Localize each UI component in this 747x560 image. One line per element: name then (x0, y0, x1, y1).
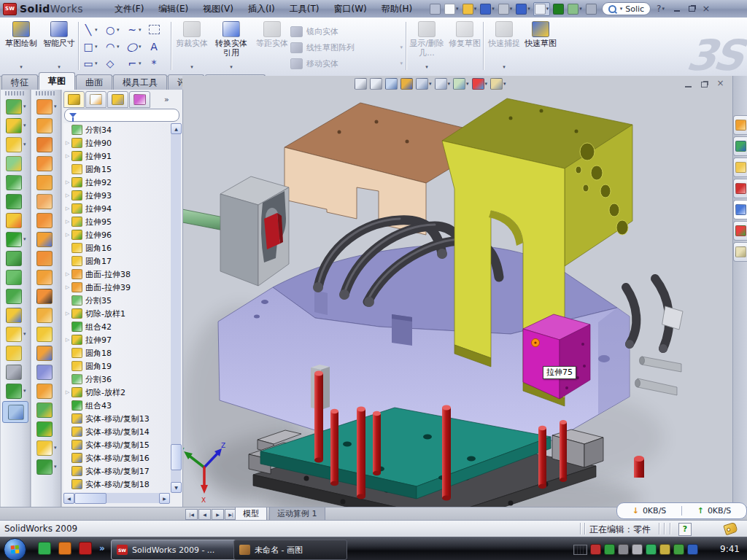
tab-特征[interactable]: 特征 (1, 74, 38, 90)
chevron-down-icon[interactable]: ▾ (58, 63, 61, 72)
tab-模具工具[interactable]: 模具工具 (113, 74, 167, 90)
mid-surface-icon[interactable] (31, 173, 61, 192)
edit-appearance-icon[interactable]: ▾ (472, 78, 488, 90)
replace-face-icon[interactable] (31, 306, 61, 324)
ellipse-tool[interactable]: ○▾ (125, 38, 147, 55)
chevron-down-icon[interactable]: ▾ (620, 6, 623, 12)
tree-item[interactable]: 圆角16 (63, 241, 170, 254)
offset-entities-button[interactable]: 等距实体 (254, 20, 290, 72)
tree-horizontal-scrollbar[interactable]: ◀ ▶ (63, 493, 170, 503)
extend-surface-icon[interactable] (31, 230, 61, 249)
chevron-down-icon[interactable]: ▾ (117, 44, 120, 50)
tree-item[interactable]: ▷拉伸90 (63, 136, 170, 149)
menu-item[interactable]: 视图(V) (196, 1, 240, 17)
chevron-down-icon[interactable]: ▾ (23, 331, 26, 337)
tooling-split-icon[interactable] (31, 400, 61, 419)
zoom-to-fit-icon[interactable] (355, 78, 367, 90)
draft-analysis-icon[interactable] (31, 343, 61, 362)
sketch-fillet-tool[interactable]: ⌐▾ (125, 55, 147, 71)
configurationmanager-tab[interactable] (107, 91, 128, 108)
view-palette-icon[interactable] (733, 200, 747, 219)
instant3d-icon[interactable] (2, 401, 28, 423)
rapid-sketch-button[interactable]: 快速草图 (522, 20, 559, 72)
repair-sketch-button[interactable]: 修复草图 (446, 20, 483, 72)
taskbar-paint-button[interactable]: 未命名 - 画图 (233, 540, 347, 560)
traffic-light-icon[interactable] (552, 3, 565, 15)
featuremanager-tree-tab[interactable] (63, 91, 85, 108)
chevron-down-icon[interactable]: ▾ (456, 6, 459, 12)
expand-arrow[interactable]: ▷ (63, 311, 71, 316)
design-library-icon[interactable] (733, 136, 747, 156)
chevron-down-icon[interactable]: ▾ (485, 81, 488, 87)
tag-icon[interactable] (723, 522, 738, 536)
expand-arrow[interactable]: ▷ (63, 153, 71, 159)
tab-草图[interactable]: 草图 (39, 72, 75, 90)
magnifying-lens-icon[interactable] (385, 78, 398, 90)
curve-icon[interactable] (1, 362, 30, 381)
toolbar-grip[interactable] (36, 91, 56, 96)
boundary-boss-icon[interactable] (1, 192, 30, 211)
tree-item[interactable]: 分割36 (63, 373, 170, 386)
section-view-icon[interactable] (400, 78, 413, 90)
chevron-down-icon[interactable]: ▾ (139, 61, 142, 66)
open-document-icon[interactable]: ▾ (462, 3, 478, 15)
tree-item[interactable]: 组合43 (63, 399, 170, 412)
tray-volume-icon[interactable] (632, 544, 643, 555)
quicklaunch-solidworks-icon[interactable] (79, 542, 92, 555)
chevron-down-icon[interactable]: ▾ (54, 464, 57, 470)
tree-item[interactable]: ▷曲面-拉伸38 (63, 268, 170, 281)
tab-nav-button[interactable]: ◀ (198, 509, 211, 520)
selection-box-tool[interactable] (147, 21, 169, 38)
tree-vertical-scrollbar[interactable]: ▲ ▼ (171, 123, 181, 492)
menu-item[interactable]: 窗口(W) (327, 1, 373, 17)
chevron-down-icon[interactable]: ▾ (448, 81, 451, 87)
tab-model[interactable]: 模型 (235, 508, 267, 521)
chevron-down-icon[interactable]: ▾ (429, 81, 432, 87)
swept-surface-icon[interactable]: ▾ (31, 97, 61, 116)
tree-item[interactable]: ▷拉伸91 (63, 149, 170, 163)
smart-dimension-button[interactable]: 智能尺寸 ▾ (41, 20, 77, 72)
expand-arrow[interactable]: ▷ (63, 337, 71, 343)
display-delete-relations-button[interactable]: 显示/删除几... ▾ (409, 20, 445, 72)
viewport-3d-model[interactable]: Y Z X (182, 76, 732, 507)
tree-item[interactable]: 分割35 (63, 294, 170, 307)
quicklaunch-messenger-icon[interactable] (38, 542, 51, 555)
revolved-surface-icon[interactable] (31, 116, 61, 135)
line-tool[interactable]: ╲▾ (82, 21, 104, 38)
new-document-icon[interactable]: ▾ (444, 3, 460, 15)
help-dropdown-icon[interactable]: ▾ (662, 6, 665, 12)
expand-arrow[interactable]: ▷ (63, 232, 71, 238)
trimmed-surface-icon[interactable] (31, 135, 61, 154)
mold-point-icon[interactable]: ▾ (31, 438, 61, 457)
parting-surface-icon[interactable] (31, 381, 61, 400)
chevron-down-icon[interactable]: ▾ (95, 44, 98, 50)
rib-icon[interactable] (1, 249, 30, 268)
expand-arrow[interactable]: ▷ (63, 179, 71, 185)
restore-button[interactable] (686, 4, 697, 13)
tray-antivirus-icon[interactable] (590, 544, 601, 555)
document-restore-button[interactable] (700, 80, 709, 88)
combine-bodies-icon[interactable] (1, 343, 30, 362)
mold-curve-icon[interactable]: ▾ (31, 457, 61, 476)
tree-item[interactable]: ▷拉伸97 (63, 333, 170, 346)
chevron-down-icon[interactable]: ▾ (54, 445, 57, 451)
keyboard-layout-icon[interactable] (573, 545, 587, 555)
tree-item[interactable]: ▷曲面-拉伸39 (63, 281, 170, 294)
view-orientation-icon[interactable]: ▾ (416, 78, 432, 90)
tree-item[interactable]: ▷切除-放样1 (63, 307, 170, 320)
panel-tabs-more[interactable]: » (164, 95, 169, 104)
search-input[interactable]: ▾ Solic (602, 2, 651, 15)
expand-arrow[interactable]: ▷ (63, 219, 71, 225)
chevron-down-icon[interactable]: ▾ (117, 27, 120, 33)
tree-item[interactable]: ▷切除-放样2 (63, 386, 170, 399)
tree-item[interactable]: ▷拉伸94 (63, 202, 170, 215)
tray-sync-icon[interactable] (646, 544, 657, 555)
tree-item[interactable]: 圆角17 (63, 254, 170, 268)
shut-off-surface-icon[interactable] (31, 362, 61, 381)
appearances-icon[interactable] (733, 221, 747, 241)
print-icon[interactable]: ▾ (498, 3, 514, 15)
tray-network-warning-icon[interactable] (659, 544, 670, 555)
tab-motion-study[interactable]: 运动算例 1 (269, 508, 325, 521)
chevron-down-icon[interactable]: ▾ (95, 27, 98, 33)
dimxpertmanager-tab[interactable] (129, 91, 150, 108)
